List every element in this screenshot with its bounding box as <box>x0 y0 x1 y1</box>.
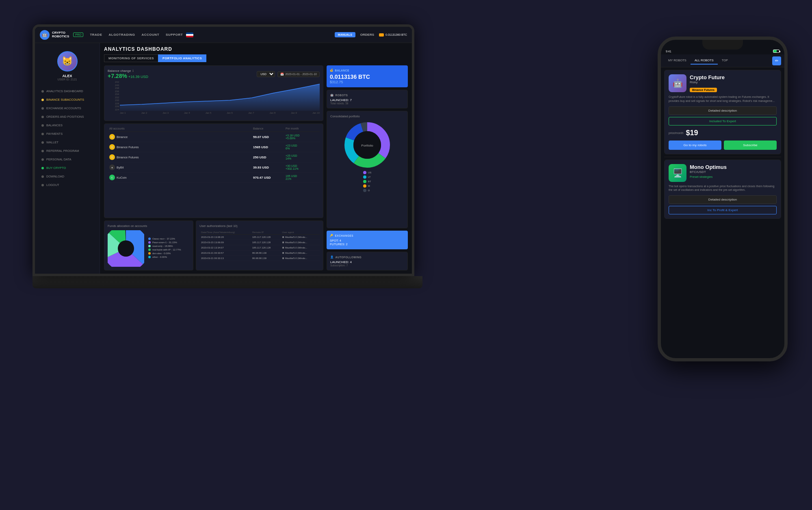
subscribe-button[interactable]: Subscribe <box>724 140 777 150</box>
account-name: B Binance Futures <box>109 154 253 160</box>
balance-icon: 💰 <box>330 69 333 72</box>
table-row: K KuCoin 970.47 USD 165 USD 21% <box>108 173 320 183</box>
exchange-icon: B <box>109 144 115 150</box>
currency-select[interactable]: USD <box>257 71 275 77</box>
inc-profit-button[interactable]: Inc To Profit & Expert <box>669 206 777 214</box>
robots-total: Total robots: 58 <box>330 102 404 105</box>
menu-dot <box>41 175 44 178</box>
sidebar-item-personal[interactable]: PERSONAL DATA <box>38 156 96 163</box>
exchange-icon: B <box>109 134 115 140</box>
portfolio-title: Consolidated portfolio <box>330 115 404 118</box>
legend-label: LT <box>368 176 371 178</box>
exchanges-futures: FUTURES: 2 <box>330 242 405 246</box>
sidebar-item-balances[interactable]: BALANCES <box>38 121 96 129</box>
legend-dot <box>363 175 366 179</box>
legend-label: Риал-ключ-1 - 31.15% <box>152 241 177 244</box>
laptop-screen: 🤖 CRYPTO ROBOTICS PRO TRADE ALGOTRADING … <box>32 24 414 276</box>
sidebar-item-payments[interactable]: PAYMENTS <box>38 130 96 138</box>
included-button[interactable]: Included To Expert <box>669 117 777 125</box>
robot-description: The bot opens transactions at a positive… <box>669 184 777 192</box>
windows-icon: 🖥 <box>282 257 284 259</box>
user-profile: 😸 ALEX USER ID: 2121 <box>35 48 100 84</box>
detail-description-button[interactable]: Detailed description <box>669 195 777 204</box>
exchanges-spot: SPOT: 4 <box>330 239 405 242</box>
af-subscription: Subscription: 7 <box>330 264 404 267</box>
legend-item: O <box>363 189 371 192</box>
af-icon: 👤 <box>330 255 334 259</box>
exchanges-stat-card: 🔑 EXCHANGES SPOT: 4 FUTURES: 2 <box>327 231 408 249</box>
auth-col-agent: User agent <box>280 230 320 235</box>
wallet-icon <box>379 33 384 37</box>
account-change: +25 USD 14% <box>286 154 318 160</box>
robot-badge: Preset strategies <box>690 175 777 179</box>
laptop-base <box>32 276 422 288</box>
logo-icon: 🤖 <box>40 30 50 40</box>
menu-dot <box>41 150 44 152</box>
balance-btc: 0.0113136 BTC <box>330 73 405 80</box>
tab-monitoring[interactable]: MONITORING OF SERVICES <box>104 54 158 62</box>
af-label: 👤 AUTOFOLLOWING <box>330 255 404 259</box>
accounts-card: All accounts Balance Per month B Binance <box>104 123 323 218</box>
main-layout: 😸 ALEX USER ID: 2121 ANALYTICS DASHBOARD… <box>35 43 412 274</box>
language-flag[interactable] <box>186 32 193 37</box>
pie-chart-card: Funds allocation on accounts <box>104 220 193 270</box>
account-balance: 59.07 USD <box>253 135 286 139</box>
nav-support[interactable]: SUPPORT <box>166 33 183 37</box>
nav-trade[interactable]: TRADE <box>90 33 102 37</box>
date-range[interactable]: 📅 2023-01-01 - 2023-01-10 <box>277 71 320 77</box>
sidebar-item-binance-sub[interactable]: BINANCE SUBACCOUNTS <box>38 96 96 104</box>
robot-card-mono-optimus: 🖥️ Mono Optimus BTC/USDT Preset strategi… <box>664 160 781 219</box>
tab-portfolio[interactable]: PORTFOLIO ANALYTICS <box>158 54 206 62</box>
nav-algotrading[interactable]: ALGOTRADING <box>108 33 135 37</box>
menu-dot <box>41 116 44 118</box>
phone-tab-all-robots[interactable]: ALL ROBOTS <box>691 57 718 65</box>
go-to-robots-button[interactable]: Go to my robots <box>669 140 721 150</box>
robot-avatar: 🖥️ <box>669 164 686 182</box>
sidebar-item-download[interactable]: DOWNLOAD <box>38 173 96 180</box>
area-chart-svg <box>120 81 320 111</box>
nav-items: TRADE ALGOTRADING ACCOUNT SUPPORT <box>90 33 183 37</box>
menu-dot <box>41 124 44 127</box>
sidebar-item-exchange[interactable]: EXCHANGE ACCOUNTS <box>38 104 96 112</box>
edit-icon: ✏ <box>775 58 778 63</box>
nav-account[interactable]: ACCOUNT <box>142 33 160 37</box>
legend-dot <box>363 171 366 174</box>
legend-dot <box>363 180 366 183</box>
left-panel: Balance change ℹ +7.28% +16.39 USD <box>104 65 323 270</box>
phone-bezel: 9:41 MY ROBOTS ALL ROBOTS TOP ✏ <box>658 37 788 361</box>
auth-title: User authorizations (last 10) <box>199 224 320 228</box>
legend-item: other - 0.00% <box>148 256 190 258</box>
robot-name: Crypto Future <box>690 74 777 80</box>
orders-link[interactable]: ORDERS <box>360 33 374 37</box>
top-navigation: 🤖 CRYPTO ROBOTICS PRO TRADE ALGOTRADING … <box>35 27 412 43</box>
legend-label: Окекс-тест - 37.22% <box>152 238 175 240</box>
sidebar-item-wallet[interactable]: WALLET <box>38 138 96 146</box>
robot-info: Crypto Future Risky Binance Futures <box>690 74 777 93</box>
phone-tab-my-robots[interactable]: MY ROBOTS <box>664 57 691 65</box>
donut-container: Portfolio US <box>330 121 404 192</box>
username: ALEX <box>62 74 72 78</box>
logo-text: CRYPTO ROBOTICS <box>52 31 69 39</box>
sidebar-item-logout[interactable]: LOGOUT <box>38 181 96 189</box>
legend-label: other - 0.00% <box>152 256 167 258</box>
legend-dot <box>148 252 151 255</box>
robot-divider <box>664 157 781 157</box>
robots-label: 🤖 ROBOTS <box>330 93 404 97</box>
sidebar-item-analytics[interactable]: ANALYTICS DASHBOARD <box>38 87 96 95</box>
phone-tab-top[interactable]: TOP <box>718 57 732 65</box>
sidebar-item-referral[interactable]: REFERRAL PROGRAM <box>38 147 96 155</box>
balance-display: 0.01131360 BTC <box>379 33 407 37</box>
legend-item: M <box>363 184 371 188</box>
exchanges-label: 🔑 EXCHANGES <box>330 234 405 237</box>
sidebar-item-buy-crypto[interactable]: BUY CRYPTO <box>38 164 96 172</box>
account-change: +23 USD 6% <box>286 144 318 150</box>
robot-card-header: 🖥️ Mono Optimus BTC/USDT Preset strategi… <box>669 164 777 182</box>
legend-label: M <box>368 185 370 187</box>
detail-description-button[interactable]: Detailed description <box>669 106 777 115</box>
account-balance: 250 USD <box>253 156 286 159</box>
windows-icon: 🖥 <box>282 252 284 254</box>
sidebar-item-orders[interactable]: ORDERS AND POSITIONS <box>38 113 96 121</box>
windows-icon: 🖥 <box>282 246 284 249</box>
phone-edit-button[interactable]: ✏ <box>772 56 781 65</box>
manuals-button[interactable]: MANUALS <box>335 32 355 37</box>
